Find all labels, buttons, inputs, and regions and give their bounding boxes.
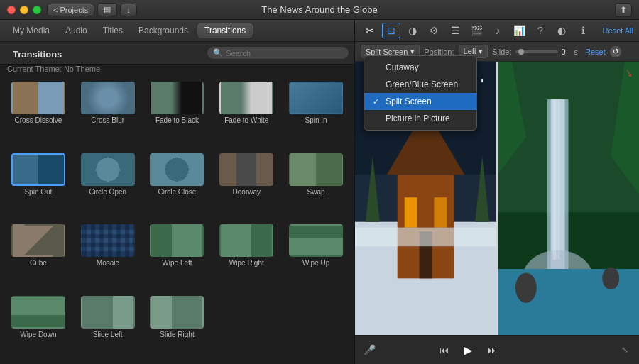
transition-wipe-right[interactable]: Wipe Right [214, 223, 279, 290]
camera-icon[interactable]: 🎬 [467, 23, 486, 38]
transition-label: Cross Blur [91, 116, 124, 124]
transition-label: Fade to White [224, 116, 268, 124]
window-title: The News Around the Globe [261, 4, 377, 15]
transition-label: Wipe Left [162, 259, 192, 267]
titlebar-right: ⬆ [615, 3, 639, 17]
skip-to-start-button[interactable]: ⏮ [435, 341, 452, 358]
reset-all-button[interactable]: Reset All [603, 26, 633, 35]
transition-mosaic[interactable]: Mosaic [75, 223, 141, 290]
clip-icon-button[interactable]: ▤ [97, 3, 117, 16]
svg-rect-5 [405, 197, 417, 227]
svg-point-21 [515, 272, 537, 302]
titlebar-left: < Projects ▤ ↓ [47, 3, 137, 16]
stabilize-icon[interactable]: ⚙ [425, 23, 443, 38]
minimize-button[interactable] [20, 6, 28, 14]
preview-divider [496, 62, 498, 335]
slide-control[interactable]: 0 s [515, 48, 578, 56]
split-screen-dropdown: Cutaway Green/Blue Screen ✓ Split Screen… [364, 55, 477, 131]
transition-circle-close[interactable]: Circle Close [145, 152, 210, 219]
slide-unit: s [574, 48, 578, 56]
transition-thumb [81, 82, 135, 114]
help-icon[interactable]: ? [531, 23, 550, 38]
transition-label: Wipe Up [302, 259, 329, 267]
clip-icon: ▤ [104, 5, 111, 14]
share-icon: ⬆ [620, 5, 627, 15]
transition-label: Spin Out [24, 188, 52, 196]
slide-thumb [518, 49, 524, 55]
svg-rect-26 [558, 99, 560, 260]
search-box[interactable]: 🔍 [207, 47, 349, 59]
waterfall-scene-svg [498, 62, 639, 335]
dropdown-green-screen[interactable]: Green/Blue Screen [364, 76, 476, 93]
transition-cube[interactable]: Cube [6, 223, 71, 290]
transition-circle-open[interactable]: Circle Open [75, 152, 141, 219]
transition-thumb [81, 153, 135, 186]
speed-icon[interactable]: ☰ [446, 23, 464, 38]
projects-button[interactable]: < Projects [47, 4, 94, 16]
video-overlay-icon[interactable]: ⊟ [382, 23, 400, 38]
transition-spin-in[interactable]: Spin In [283, 80, 349, 148]
info-icon[interactable]: ℹ [574, 23, 592, 38]
transition-label: Cross Dissolve [15, 116, 62, 124]
transition-thumb [81, 224, 135, 257]
slide-track[interactable] [515, 50, 558, 53]
playback-controls: 🎤 ⏮ ▶ ⏭ ⤡ [355, 335, 639, 364]
svg-rect-25 [553, 99, 557, 260]
transition-slide-left[interactable]: Slide Left [75, 294, 141, 362]
transition-label: Fade to Black [155, 116, 199, 124]
tab-audio[interactable]: Audio [58, 23, 94, 38]
maximize-button[interactable] [33, 6, 41, 14]
download-button[interactable]: ↓ [120, 4, 137, 16]
tab-backgrounds[interactable]: Backgrounds [131, 23, 195, 38]
transition-label: Mosaic [97, 259, 119, 267]
microphone-icon[interactable]: 🎤 [361, 341, 378, 358]
transition-cross-dissolve[interactable]: Cross Dissolve [6, 80, 71, 148]
position-label: Position: [424, 48, 454, 56]
transition-spin-out[interactable]: Spin Out [6, 152, 71, 219]
dropdown-split-screen[interactable]: ✓ Split Screen [364, 93, 476, 110]
trim-icon[interactable]: ✂ [361, 23, 379, 38]
transition-thumb [219, 224, 273, 257]
reset-button[interactable]: Reset [585, 48, 606, 56]
transition-thumb [150, 296, 204, 329]
main-layout: My Media Audio Titles Backgrounds Transi… [0, 20, 639, 364]
skip-to-end-button[interactable]: ⏭ [484, 341, 501, 358]
transition-thumb [150, 153, 204, 186]
color-icon[interactable]: ◑ [403, 23, 422, 38]
transition-thumb [150, 224, 204, 257]
noise-icon[interactable]: ◐ [552, 23, 571, 38]
fullscreen-button[interactable]: ⤡ [616, 341, 633, 358]
transition-swap[interactable]: Swap [283, 152, 349, 219]
svg-point-14 [481, 79, 483, 82]
transition-fade-black[interactable]: Fade to Black [145, 80, 210, 148]
dropdown-picture-in-picture[interactable]: Picture in Picture [364, 110, 476, 127]
transition-wipe-up[interactable]: Wipe Up [283, 223, 349, 290]
transition-thumb [11, 224, 65, 257]
tab-transitions[interactable]: Transitions [197, 23, 253, 38]
transition-label: Slide Left [93, 331, 123, 338]
dropdown-cutaway[interactable]: Cutaway [364, 59, 476, 76]
transition-thumb [219, 153, 273, 186]
transition-label: Wipe Right [229, 259, 264, 267]
audio-icon[interactable]: ♪ [488, 23, 507, 38]
transition-cross-blur[interactable]: Cross Blur [75, 80, 141, 148]
search-input[interactable] [226, 49, 343, 57]
transition-fade-white[interactable]: Fade to White [214, 80, 279, 148]
transition-thumb [11, 153, 65, 186]
transition-slide-right[interactable]: Slide Right [145, 294, 210, 362]
transition-label: Circle Open [89, 188, 126, 196]
tab-my-media[interactable]: My Media [6, 23, 57, 38]
left-panel: My Media Audio Titles Backgrounds Transi… [0, 20, 355, 364]
reset-icon-button[interactable]: ↺ [610, 46, 621, 57]
transition-label: Swap [307, 188, 325, 196]
play-button[interactable]: ▶ [458, 340, 478, 360]
transition-thumb [289, 153, 343, 186]
transition-wipe-left[interactable]: Wipe Left [145, 223, 210, 290]
transition-wipe-down[interactable]: Wipe Down [6, 294, 71, 362]
chart-icon[interactable]: 📊 [510, 23, 528, 38]
close-button[interactable] [7, 6, 16, 14]
transition-doorway[interactable]: Doorway [214, 152, 279, 219]
tab-titles[interactable]: Titles [96, 23, 130, 38]
traffic-lights [0, 6, 41, 14]
share-button[interactable]: ⬆ [615, 3, 632, 17]
